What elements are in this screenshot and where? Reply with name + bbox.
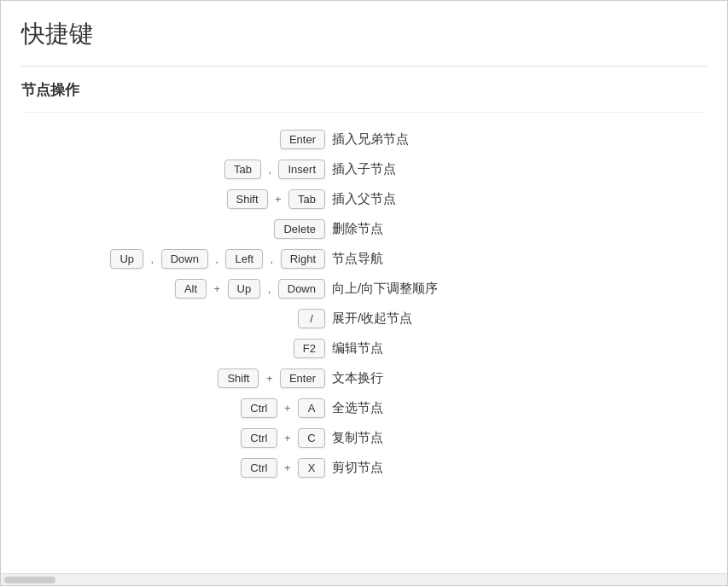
key-up: Up [110, 249, 143, 269]
scrollbar-thumb[interactable] [4, 577, 55, 583]
key-left: Left [225, 249, 263, 269]
desc-cell: 节点导航 [329, 244, 707, 274]
separator: + [284, 461, 291, 474]
separator: + [266, 372, 273, 385]
desc-cell: 编辑节点 [329, 334, 707, 363]
keys-cell: Ctrl + A [21, 393, 329, 423]
table-row: Ctrl + A 全选节点 [21, 393, 707, 423]
keys-cell: Delete [21, 214, 329, 244]
shortcuts-table: Enter 插入兄弟节点 Tab , Insert 插入子节点 [21, 125, 707, 483]
separator: + [214, 282, 221, 295]
separator: + [275, 193, 282, 206]
separator: , [268, 163, 271, 176]
desc-cell: 插入兄弟节点 [329, 125, 707, 154]
table-row: Shift + Tab 插入父节点 [21, 184, 707, 214]
keys-cell: Ctrl + X [21, 453, 329, 483]
table-row: Ctrl + X 剪切节点 [21, 453, 707, 483]
key-enter: Enter [280, 130, 325, 149]
key-f2: F2 [294, 339, 325, 358]
table-row: Alt + Up , Down 向上/向下调整顺序 [21, 274, 707, 304]
key-shift: Shift [218, 368, 259, 388]
desc-cell: 插入子节点 [329, 154, 707, 184]
key-shift: Shift [227, 189, 268, 209]
key-tab: Tab [224, 160, 261, 179]
key-c: C [298, 428, 325, 448]
keys-cell: Tab , Insert [21, 154, 329, 184]
table-row: F2 编辑节点 [21, 334, 707, 363]
table-row: Enter 插入兄弟节点 [21, 125, 707, 154]
key-enter: Enter [280, 368, 325, 388]
key-ctrl: Ctrl [241, 458, 277, 478]
key-right: Right [281, 249, 325, 269]
separator: , [271, 252, 274, 265]
key-insert: Insert [278, 160, 325, 179]
key-a: A [298, 398, 325, 418]
desc-cell: 插入父节点 [329, 184, 707, 214]
key-tab: Tab [288, 189, 325, 209]
keys-cell: Up , Down , Left , Right [21, 244, 329, 274]
keys-cell: Shift + Enter [21, 363, 329, 393]
key-slash: / [298, 309, 325, 328]
table-row: Ctrl + C 复制节点 [21, 423, 707, 453]
section-title: 节点操作 [21, 80, 707, 100]
page-title: 快捷键 [21, 18, 707, 50]
key-up: Up [228, 279, 261, 299]
keys-cell: Ctrl + C [21, 423, 329, 453]
keys-cell: F2 [21, 334, 329, 363]
key-ctrl: Ctrl [241, 398, 277, 418]
desc-cell: 全选节点 [329, 393, 707, 423]
keys-cell: Alt + Up , Down [21, 274, 329, 304]
table-row: Up , Down , Left , Right 节点导航 [21, 244, 707, 274]
separator: , [215, 252, 218, 265]
desc-cell: 剪切节点 [329, 453, 707, 483]
separator: , [151, 252, 154, 265]
desc-cell: 向上/向下调整顺序 [329, 274, 707, 304]
keys-cell: Shift + Tab [21, 184, 329, 214]
key-x: X [298, 458, 325, 478]
desc-cell: 展开/收起节点 [329, 304, 707, 334]
key-ctrl: Ctrl [241, 428, 277, 448]
table-row: Delete 删除节点 [21, 214, 707, 244]
key-alt: Alt [175, 279, 207, 299]
separator: + [284, 432, 291, 444]
key-down: Down [161, 249, 208, 269]
horizontal-scrollbar[interactable] [1, 573, 727, 585]
title-divider [21, 66, 707, 67]
key-delete: Delete [274, 219, 325, 239]
keys-cell: Enter [21, 125, 329, 154]
table-row: Tab , Insert 插入子节点 [21, 154, 707, 184]
separator: + [284, 402, 291, 415]
table-row: Shift + Enter 文本换行 [21, 363, 707, 393]
desc-cell: 删除节点 [329, 214, 707, 244]
desc-cell: 文本换行 [329, 363, 707, 393]
key-down: Down [278, 279, 325, 299]
desc-cell: 复制节点 [329, 423, 707, 453]
separator: , [268, 282, 271, 295]
section-divider [21, 112, 707, 113]
table-row: / 展开/收起节点 [21, 304, 707, 334]
keys-cell: / [21, 304, 329, 334]
node-ops-section: 节点操作 Enter 插入兄弟节点 Tab , [21, 80, 707, 483]
